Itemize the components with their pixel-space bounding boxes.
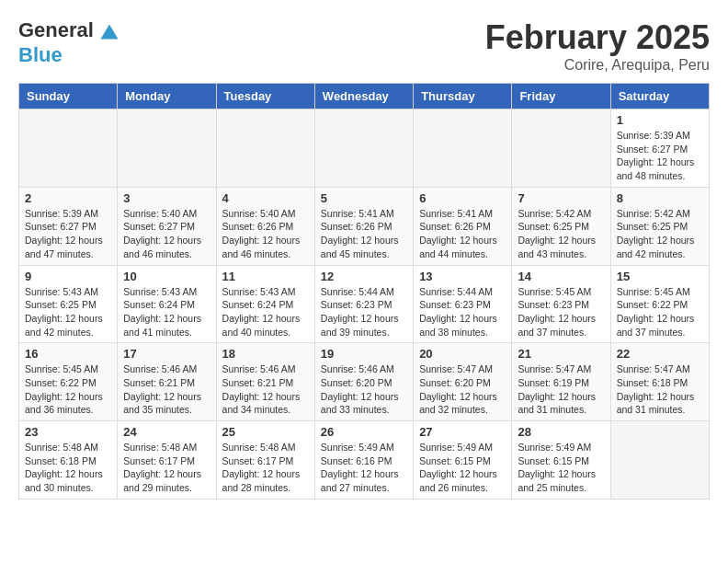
day-info: Sunrise: 5:43 AM Sunset: 6:24 PM Dayligh… <box>222 285 309 339</box>
day-info: Sunrise: 5:41 AM Sunset: 6:26 PM Dayligh… <box>321 207 407 261</box>
day-info: Sunrise: 5:47 AM Sunset: 6:20 PM Dayligh… <box>419 362 506 417</box>
day-info: Sunrise: 5:42 AM Sunset: 6:25 PM Dayligh… <box>518 207 604 261</box>
calendar-day-cell <box>512 109 610 188</box>
day-number: 25 <box>222 425 309 439</box>
day-info: Sunrise: 5:44 AM Sunset: 6:23 PM Dayligh… <box>419 285 506 339</box>
calendar-day-header: Sunday <box>19 84 118 109</box>
day-number: 22 <box>617 347 703 361</box>
day-number: 18 <box>222 347 309 361</box>
day-info: Sunrise: 5:46 AM Sunset: 6:21 PM Dayligh… <box>123 362 210 417</box>
calendar-day-cell: 12Sunrise: 5:44 AM Sunset: 6:23 PM Dayli… <box>314 265 413 343</box>
day-number: 15 <box>617 270 703 283</box>
calendar-day-cell: 5Sunrise: 5:41 AM Sunset: 6:26 PM Daylig… <box>314 187 413 265</box>
calendar-day-cell: 11Sunrise: 5:43 AM Sunset: 6:24 PM Dayli… <box>216 265 314 343</box>
calendar-day-cell: 21Sunrise: 5:47 AM Sunset: 6:19 PM Dayli… <box>512 343 610 421</box>
day-number: 16 <box>25 347 111 361</box>
day-info: Sunrise: 5:41 AM Sunset: 6:26 PM Dayligh… <box>419 207 506 261</box>
location-subtitle: Corire, Arequipa, Peru <box>485 57 710 74</box>
day-number: 28 <box>518 425 604 439</box>
day-info: Sunrise: 5:48 AM Sunset: 6:17 PM Dayligh… <box>123 441 210 495</box>
calendar-day-header: Saturday <box>610 84 709 109</box>
calendar-week-row: 1Sunrise: 5:39 AM Sunset: 6:27 PM Daylig… <box>19 109 710 188</box>
day-number: 12 <box>321 270 407 283</box>
day-number: 11 <box>222 270 309 283</box>
day-number: 27 <box>419 425 506 439</box>
calendar-header-row: SundayMondayTuesdayWednesdayThursdayFrid… <box>19 84 710 109</box>
calendar-day-cell: 10Sunrise: 5:43 AM Sunset: 6:24 PM Dayli… <box>118 265 216 343</box>
day-number: 23 <box>25 425 111 439</box>
calendar-week-row: 23Sunrise: 5:48 AM Sunset: 6:18 PM Dayli… <box>19 421 710 500</box>
calendar-day-cell: 1Sunrise: 5:39 AM Sunset: 6:27 PM Daylig… <box>610 109 709 188</box>
day-info: Sunrise: 5:43 AM Sunset: 6:25 PM Dayligh… <box>25 285 111 339</box>
calendar-day-cell: 15Sunrise: 5:45 AM Sunset: 6:22 PM Dayli… <box>610 265 709 343</box>
day-number: 21 <box>518 347 604 361</box>
day-number: 17 <box>123 347 210 361</box>
day-info: Sunrise: 5:40 AM Sunset: 6:27 PM Dayligh… <box>123 207 210 261</box>
day-info: Sunrise: 5:49 AM Sunset: 6:15 PM Dayligh… <box>419 441 506 495</box>
calendar-day-cell: 23Sunrise: 5:48 AM Sunset: 6:18 PM Dayli… <box>19 421 118 500</box>
calendar-day-cell: 2Sunrise: 5:39 AM Sunset: 6:27 PM Daylig… <box>19 187 118 265</box>
day-info: Sunrise: 5:42 AM Sunset: 6:25 PM Dayligh… <box>617 207 703 261</box>
calendar-day-cell: 6Sunrise: 5:41 AM Sunset: 6:26 PM Daylig… <box>414 187 512 265</box>
calendar-day-header: Monday <box>118 84 216 109</box>
logo-blue: Blue <box>18 43 63 66</box>
day-number: 2 <box>25 191 111 205</box>
day-number: 7 <box>518 191 604 205</box>
day-info: Sunrise: 5:46 AM Sunset: 6:21 PM Dayligh… <box>222 362 309 417</box>
day-info: Sunrise: 5:40 AM Sunset: 6:26 PM Dayligh… <box>222 207 309 261</box>
calendar-day-cell <box>314 109 413 188</box>
day-number: 26 <box>321 425 407 439</box>
calendar-day-cell: 14Sunrise: 5:45 AM Sunset: 6:23 PM Dayli… <box>512 265 610 343</box>
calendar-week-row: 2Sunrise: 5:39 AM Sunset: 6:27 PM Daylig… <box>19 187 710 265</box>
day-info: Sunrise: 5:46 AM Sunset: 6:20 PM Dayligh… <box>321 362 407 417</box>
calendar-week-row: 16Sunrise: 5:45 AM Sunset: 6:22 PM Dayli… <box>19 343 710 421</box>
calendar-day-cell: 25Sunrise: 5:48 AM Sunset: 6:17 PM Dayli… <box>216 421 314 500</box>
day-number: 6 <box>419 191 506 205</box>
day-info: Sunrise: 5:43 AM Sunset: 6:24 PM Dayligh… <box>123 285 210 339</box>
calendar-day-cell: 28Sunrise: 5:49 AM Sunset: 6:15 PM Dayli… <box>512 421 610 500</box>
calendar-week-row: 9Sunrise: 5:43 AM Sunset: 6:25 PM Daylig… <box>19 265 710 343</box>
calendar-day-cell <box>414 109 512 188</box>
calendar-day-cell: 27Sunrise: 5:49 AM Sunset: 6:15 PM Dayli… <box>414 421 512 500</box>
day-number: 14 <box>518 270 604 283</box>
calendar-day-cell: 16Sunrise: 5:45 AM Sunset: 6:22 PM Dayli… <box>19 343 118 421</box>
day-number: 5 <box>321 191 407 205</box>
calendar-day-header: Wednesday <box>314 84 413 109</box>
day-number: 13 <box>419 270 506 283</box>
calendar-day-header: Friday <box>512 84 610 109</box>
day-number: 4 <box>222 191 309 205</box>
day-info: Sunrise: 5:45 AM Sunset: 6:23 PM Dayligh… <box>518 285 604 339</box>
logo-bird-icon <box>99 23 119 43</box>
day-info: Sunrise: 5:45 AM Sunset: 6:22 PM Dayligh… <box>617 285 703 339</box>
day-info: Sunrise: 5:48 AM Sunset: 6:17 PM Dayligh… <box>222 441 309 495</box>
page-header: General Blue February 2025 Corire, Arequ… <box>18 18 710 74</box>
day-number: 19 <box>321 347 407 361</box>
calendar-day-cell: 20Sunrise: 5:47 AM Sunset: 6:20 PM Dayli… <box>414 343 512 421</box>
day-number: 8 <box>617 191 703 205</box>
calendar-day-cell: 19Sunrise: 5:46 AM Sunset: 6:20 PM Dayli… <box>314 343 413 421</box>
day-info: Sunrise: 5:47 AM Sunset: 6:19 PM Dayligh… <box>518 362 604 417</box>
day-info: Sunrise: 5:49 AM Sunset: 6:16 PM Dayligh… <box>321 441 407 495</box>
calendar-day-cell <box>216 109 314 188</box>
calendar-day-cell: 18Sunrise: 5:46 AM Sunset: 6:21 PM Dayli… <box>216 343 314 421</box>
calendar-day-cell: 7Sunrise: 5:42 AM Sunset: 6:25 PM Daylig… <box>512 187 610 265</box>
day-info: Sunrise: 5:48 AM Sunset: 6:18 PM Dayligh… <box>25 441 111 495</box>
day-number: 3 <box>123 191 210 205</box>
day-number: 20 <box>419 347 506 361</box>
calendar-day-header: Thursday <box>414 84 512 109</box>
day-info: Sunrise: 5:49 AM Sunset: 6:15 PM Dayligh… <box>518 441 604 495</box>
svg-marker-0 <box>101 24 119 39</box>
calendar-day-cell <box>118 109 216 188</box>
logo: General Blue <box>18 18 119 67</box>
day-info: Sunrise: 5:44 AM Sunset: 6:23 PM Dayligh… <box>321 285 407 339</box>
calendar-day-cell: 4Sunrise: 5:40 AM Sunset: 6:26 PM Daylig… <box>216 187 314 265</box>
calendar-day-cell: 8Sunrise: 5:42 AM Sunset: 6:25 PM Daylig… <box>610 187 709 265</box>
day-number: 10 <box>123 270 210 283</box>
calendar-day-cell: 13Sunrise: 5:44 AM Sunset: 6:23 PM Dayli… <box>414 265 512 343</box>
month-year-title: February 2025 <box>485 18 710 57</box>
calendar-day-cell: 17Sunrise: 5:46 AM Sunset: 6:21 PM Dayli… <box>118 343 216 421</box>
calendar-day-cell: 22Sunrise: 5:47 AM Sunset: 6:18 PM Dayli… <box>610 343 709 421</box>
calendar-day-cell: 26Sunrise: 5:49 AM Sunset: 6:16 PM Dayli… <box>314 421 413 500</box>
day-info: Sunrise: 5:45 AM Sunset: 6:22 PM Dayligh… <box>25 362 111 417</box>
day-number: 9 <box>25 270 111 283</box>
